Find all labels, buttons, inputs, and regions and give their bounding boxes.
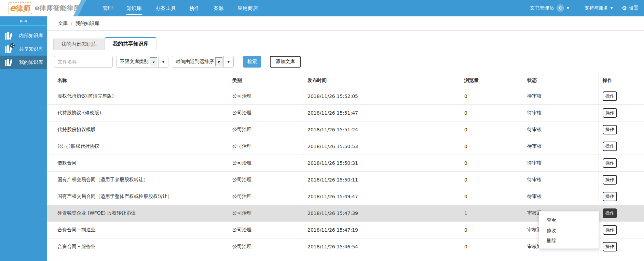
user-chevron-down-icon[interactable]: ▼ (567, 6, 569, 10)
breadcrumb-current: 我的知识库 (76, 20, 99, 27)
row-action-button[interactable]: 操作 (603, 142, 617, 151)
menu-item-delete[interactable]: 删除 (539, 235, 599, 246)
bookshelf-icon (4, 45, 14, 53)
row-action-button[interactable]: 操作 (603, 208, 617, 218)
nav-item-collaboration[interactable]: 协作 (190, 4, 200, 13)
cell-actions: 操作 (598, 222, 644, 238)
cell-views: 1 (460, 205, 523, 221)
cell-actions: 操作 (598, 155, 644, 171)
filter-bar: 不限文库类别 ∨ ▼ 时间由近到远排序 ∨ ▼ 检索 添加文库 (47, 50, 644, 73)
sidebar: ▶◀ 内部知识库共享知识库我的知识库 (0, 16, 47, 261)
row-action-button[interactable]: 操作 (603, 192, 617, 201)
gear-icon[interactable]: ⚙ (622, 5, 627, 12)
nav-item-management[interactable]: 管理 (102, 4, 113, 13)
cell-views: 0 (460, 188, 523, 205)
cell-status: 待审核 (523, 105, 598, 121)
row-action-button[interactable]: 操作 (603, 175, 617, 185)
share-badge-icon (10, 43, 15, 49)
nav-item-case-sources[interactable]: 案源 (214, 4, 224, 13)
file-name-input[interactable] (54, 56, 113, 68)
cell-category: 公司治理 (228, 121, 303, 138)
category-select-value: 不限文库类别 (117, 59, 150, 65)
table-row: 国有产权交易合同（适用于参股股权转让）公司治理2018/11/26 15:50:… (47, 172, 644, 188)
cell-views: 0 (460, 238, 523, 255)
cell-category: 公司治理 (228, 205, 303, 221)
cell-name: 合资合同 - 服务业 (47, 238, 228, 255)
cell-published: 2018/11/26 15:50:11 (303, 172, 460, 188)
menu-item-modify[interactable]: 修改 (539, 225, 599, 235)
header-right: 文书管理员 0 ▼ 支持与服务 ▼ ⚙ 设置 (530, 4, 644, 12)
action-context-menu: 查看修改删除 (539, 211, 599, 249)
nav-item-app-store[interactable]: 应用商店 (237, 4, 258, 13)
cell-category: 公司治理 (228, 172, 303, 188)
sort-select[interactable]: 时间由近到远排序 ∨ ▼ (172, 56, 234, 68)
logo-area: e律师 e律师智能律所系统 (0, 0, 81, 16)
tab-my-shared-kb[interactable]: 我的共享知识库 (105, 37, 156, 50)
row-action-button[interactable]: 操作 (603, 225, 617, 235)
bookshelf-icon (4, 58, 14, 67)
cell-status: 待审核 (523, 121, 598, 138)
row-action-button[interactable]: 操作 (603, 158, 617, 168)
breadcrumb-separator: / (71, 21, 72, 26)
column-header-4: 状态 (523, 73, 598, 88)
table-header: 名称类别发布时间浏览量状态操作 (47, 73, 644, 88)
row-action-button[interactable]: 操作 (603, 108, 617, 118)
sidebar-item-internal-kb[interactable]: 内部知识库 (0, 29, 47, 42)
category-chevron-down-icon[interactable]: ▼ (159, 60, 168, 63)
sort-select-value: 时间由近到远排序 (172, 59, 215, 65)
cell-status: 待审核 (523, 172, 598, 188)
support-menu[interactable]: 支持与服务 (585, 5, 608, 11)
cell-name: 外资独资企业 (WFOE) 股权转让协议 (47, 205, 228, 221)
cell-name: 股权代持协议(简洁完整版) (47, 88, 228, 104)
cell-published: 2018/11/26 15:47:39 (303, 205, 460, 221)
cell-views: 0 (460, 105, 523, 121)
cell-status: 待审核 (523, 138, 598, 155)
sidebar-item-my-kb[interactable]: 我的知识库 (0, 56, 47, 69)
column-header-1: 类别 (228, 73, 303, 88)
nav-item-case-tools[interactable]: 办案工具 (155, 4, 176, 13)
cell-published: 2018/11/26 15:46:54 (303, 238, 460, 255)
settings-button[interactable]: 设置 (629, 5, 639, 11)
sidebar-item-label: 共享知识库 (19, 46, 43, 52)
breadcrumb-root[interactable]: 文库 (58, 20, 68, 27)
row-action-button[interactable]: 操作 (603, 91, 617, 101)
app-logo-icon: e律师 (8, 2, 32, 14)
table-row: 代持股协议-(修改版)公司治理2018/11/26 15:51:470待审核操作 (47, 105, 644, 121)
search-button[interactable]: 检索 (243, 56, 261, 68)
cell-actions: 操作 (598, 88, 644, 104)
cell-views: 0 (460, 222, 523, 238)
tab-my-internal-kb[interactable]: 我的内部知识库 (53, 39, 105, 50)
cell-published: 2018/11/26 15:51:24 (303, 121, 460, 138)
cell-category: 公司治理 (228, 155, 303, 171)
row-action-button[interactable]: 操作 (603, 125, 617, 134)
sidebar-item-label: 我的知识库 (19, 59, 43, 66)
add-library-button[interactable]: 添加文库 (270, 56, 301, 68)
category-native-arrow-icon[interactable]: ∨ (150, 57, 157, 66)
cell-name: 合资合同 - 制造业 (47, 222, 228, 238)
sort-native-arrow-icon[interactable]: ∨ (215, 57, 222, 66)
cell-name: 国有产权交易合同（适用于参股股权转让） (47, 172, 228, 188)
menu-item-view[interactable]: 查看 (539, 215, 599, 225)
sort-chevron-down-icon[interactable]: ▼ (224, 60, 233, 63)
user-menu[interactable]: 文书管理员 (530, 5, 554, 11)
sidebar-item-shared-kb[interactable]: 共享知识库 (0, 42, 47, 56)
category-select[interactable]: 不限文库类别 ∨ ▼ (116, 56, 168, 68)
cell-name: 国有产权交易合同（适用于整体产权或控股股权转让） (47, 188, 228, 205)
cell-views: 0 (460, 155, 523, 171)
cell-category: 公司治理 (228, 138, 303, 155)
row-action-button[interactable]: 操作 (603, 242, 617, 251)
cell-name: 借款合同 (47, 155, 228, 171)
main-nav: 管理知识库办案工具协作案源应用商店 (102, 4, 258, 13)
support-chevron-down-icon[interactable]: ▼ (611, 6, 613, 10)
cell-actions: 操作 (598, 105, 644, 121)
table-row: 代持股份协议模版公司治理2018/11/26 15:51:240待审核操作 (47, 121, 644, 138)
nav-item-knowledge-base[interactable]: 知识库 (126, 4, 142, 13)
cell-views: 0 (460, 121, 523, 138)
sidebar-collapse-button[interactable]: ▶◀ (0, 16, 47, 25)
logo-text: 律师 (16, 4, 31, 13)
table-row: 借款合同公司治理2018/11/26 15:50:310待审核操作 (47, 155, 644, 172)
table-row: 股权代持协议(简洁完整版)公司治理2018/11/26 15:52:050待审核… (47, 88, 644, 105)
column-header-0: 名称 (47, 73, 228, 88)
notification-badge: 0 (557, 4, 564, 12)
header-divider (577, 4, 577, 12)
